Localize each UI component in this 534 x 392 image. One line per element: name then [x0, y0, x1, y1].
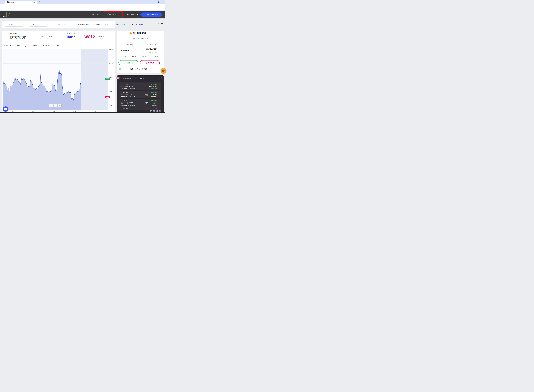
browser-tab-strip: theoption × + – × [0, 0, 165, 4]
chart-scrollbar-thumb[interactable] [88, 110, 108, 110]
next-round-time: 次回の判定時刻 30 秒 [117, 37, 164, 40]
amount-chip-50000[interactable]: ¥50,000 [140, 55, 149, 58]
gift-icon [162, 69, 165, 72]
pair-payout: 100% [139, 23, 143, 25]
browser-tab[interactable]: theoption × [5, 1, 37, 4]
open-history-icon[interactable] [159, 77, 162, 80]
tab-title: theoption [10, 1, 15, 4]
account-caret-icon[interactable]: ▼ [137, 14, 138, 15]
zoom-out-button[interactable]: − [49, 104, 53, 107]
x-axis-tick: 15:30 [52, 111, 57, 112]
price-chart[interactable] [3, 49, 108, 110]
buy-low-button[interactable]: 68779 [140, 60, 160, 65]
amount-increase-icon[interactable]: ▲ [135, 49, 136, 50]
sound-icon[interactable] [57, 45, 59, 47]
pair-payout: 100% [86, 23, 89, 25]
direction-down-icon: ▼ [128, 96, 129, 98]
help-icon[interactable]: ? [119, 67, 121, 70]
demo-logo[interactable]: DEMO [3, 12, 11, 17]
one-click-checkbox[interactable] [130, 68, 133, 70]
support-chat-button[interactable] [3, 106, 8, 112]
zoom-in-button[interactable]: + [58, 104, 62, 107]
pair-name: USD/JPY [78, 23, 85, 25]
header-divider: | [125, 13, 125, 16]
y-axis-tick: 68950 [109, 49, 114, 50]
chart-type-button[interactable]: チャートの種類 [27, 45, 37, 47]
plus-icon: + [4, 44, 5, 47]
instrument-label: 取引銘柄 [10, 33, 17, 35]
order-panel: B BTC/USD 次回の判定時刻 30 秒 購入金額 ペイアウト額 ¥10,0… [117, 31, 164, 73]
x-axis-tick: 15:31 [72, 111, 77, 112]
favorite-star-icon[interactable]: ☆ [129, 23, 131, 25]
add-indicator-button[interactable]: インジケーターを追加 [5, 45, 20, 47]
usd-flag-icon [133, 32, 136, 35]
trade-history-row[interactable]: ワンタッチ¥20,000 購入レート68772 判定レート 68772 BTC/… [119, 83, 161, 90]
favorite-star-icon[interactable]: ☆ [94, 23, 95, 25]
payout-multiplier: ペイアウト 2.0倍 [143, 52, 160, 54]
watchlist-pair-eurusd[interactable]: ☆ EUR/USD 100% [94, 21, 108, 28]
chart-type-icon [24, 45, 26, 47]
trade-result: ¥0 [155, 108, 157, 109]
trade-type: ワンタッチ [121, 108, 128, 109]
zoom-reset-icon[interactable] [53, 104, 57, 107]
tab-running-trades[interactable]: 実行中の取引 [123, 78, 132, 80]
rate-delta-down: -33.00 [99, 38, 103, 40]
window-minimize-button[interactable]: – [151, 1, 155, 3]
trade-type: ワンタッチ [121, 100, 128, 102]
trade-mode-dropdown[interactable]: ワンタッチ ▼ [4, 22, 24, 27]
payout-amount-label: ペイアウト額 [145, 44, 158, 46]
open-real-account-button[interactable]: リアル口座を開設 [140, 13, 162, 17]
tab-close-icon[interactable]: × [34, 1, 36, 3]
low-strike-price: 68779 [148, 61, 154, 64]
high-strike-price: 68845 [127, 61, 133, 64]
favorite-star-icon[interactable]: ☆ [76, 23, 77, 25]
amount-chip-5000[interactable]: ¥5,000 [119, 55, 128, 58]
amount-chip-10000[interactable]: ¥10,000 [129, 55, 138, 58]
favorite-star-icon[interactable]: ☆ [112, 23, 113, 25]
search-icon [53, 23, 55, 25]
search-input[interactable] [57, 22, 73, 27]
bottom-edge-strip [0, 112, 165, 113]
logo-red-dot [8, 15, 9, 16]
bitcoin-icon: B [129, 32, 132, 35]
account-balance: 残高 ¥970,000 [105, 12, 122, 17]
amount-chip-100000[interactable]: ¥100,000 [150, 55, 160, 58]
symbol-search-box[interactable] [52, 22, 75, 27]
balance-annotation-box: 残高 ¥970,000 [104, 11, 123, 17]
logo-green-dot [9, 13, 10, 14]
site-header: DEMO 15:31:19 残高 ¥970,000 | ゲスト様 ▼ リアル口座… [0, 11, 165, 19]
high-touch-icon [124, 62, 125, 64]
trade-stake: ¥10,000 [151, 88, 157, 89]
y-axis-tick: 68800 [109, 90, 114, 92]
x-axis-tick: 15:32 [93, 111, 97, 112]
tab-search-chevron-icon[interactable] [1, 1, 2, 2]
trade-history-row[interactable]: ワンタッチ¥20,000 購入レート68778 判定レート 68778 BTC/… [119, 99, 161, 107]
order-instrument: BTC/USD [137, 32, 147, 34]
y-axis-tick: 68900 [109, 63, 114, 64]
trade-type: ワンタッチ [121, 92, 128, 93]
view-all-trades-link[interactable]: 全ての取引を確認 [117, 110, 161, 112]
x-axis-tick: 15:28 [11, 111, 16, 112]
amount-label: 購入金額 [123, 44, 136, 46]
buy-high-button[interactable]: 68845 [119, 60, 138, 65]
new-tab-button[interactable]: + [38, 1, 41, 3]
instrument-list-icon[interactable] [161, 23, 163, 25]
direction-up-icon: ▲ [128, 88, 129, 89]
window-maximize-button[interactable] [157, 1, 161, 3]
svg-text:$: $ [119, 78, 120, 79]
watchlist-pair-audjpy[interactable]: ☆ AUD/JPY 100% [129, 21, 143, 28]
watchlist-pair-usdjpy[interactable]: ☆ USD/JPY 100% [76, 21, 90, 28]
trade-history-row[interactable]: ワンタッチ¥0 [119, 107, 161, 110]
clear-all-button[interactable]: 全てクリア [43, 45, 51, 47]
window-close-button[interactable]: × [163, 1, 165, 3]
watchlist-pair-eurjpy[interactable]: ☆ EUR/JPY 100% [112, 21, 125, 28]
trade-history-row[interactable]: ワンタッチ¥20,000 購入レート68742 判定レート 68742 BTC/… [119, 91, 161, 98]
filter-kebab-icon[interactable] [158, 23, 158, 25]
browser-navbar: ← → jp-demo.theoption.com/trading [0, 4, 165, 10]
amount-decrease-icon[interactable]: ▼ [135, 51, 136, 52]
amount-input[interactable]: ¥10,000 ▲ ▼ [119, 48, 138, 53]
sort-dropdown[interactable]: 人気順 ▼ [28, 22, 48, 27]
chart-scrollbar[interactable] [3, 110, 108, 110]
tab-finished-trades[interactable]: 終了した取引 [134, 77, 145, 80]
account-menu[interactable]: ゲスト様 [127, 14, 134, 16]
